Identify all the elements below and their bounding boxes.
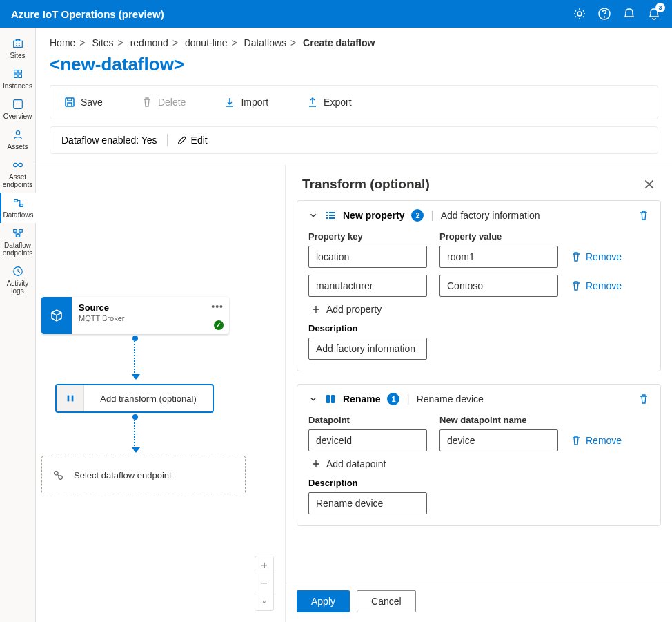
card-name: New property	[343, 210, 404, 221]
svg-rect-24	[329, 212, 335, 213]
svg-rect-25	[326, 215, 328, 216]
settings-icon[interactable]	[573, 7, 586, 21]
dataflow-canvas[interactable]: Source MQTT Broker ••• Add transform (op…	[36, 164, 286, 622]
nav-instances[interactable]: Instances	[0, 64, 36, 94]
nav-asset-endpoints[interactable]: Asset endpoints	[0, 155, 36, 193]
add-property-button[interactable]: Add property	[311, 304, 649, 315]
new-property-card: New property 2 | Add factory information…	[297, 200, 661, 371]
more-icon[interactable]: •••	[211, 301, 224, 312]
zoom-in-button[interactable]: +	[255, 556, 273, 574]
description-input[interactable]	[308, 492, 427, 514]
crumb-instance[interactable]: donut-line	[185, 37, 228, 48]
cube-icon	[41, 297, 72, 334]
svg-rect-18	[66, 98, 74, 106]
nav-dataflow-endpoints[interactable]: Dataflow endpoints	[0, 223, 36, 261]
new-datapoint-input-0[interactable]	[439, 429, 558, 451]
datapoint-input-0[interactable]	[308, 429, 427, 451]
property-count-badge: 2	[411, 209, 424, 222]
source-title: Source	[79, 302, 222, 313]
left-navigation: Sites Instances Overview Assets Asset en…	[0, 28, 36, 622]
toolbar: Save Delete Import Export	[50, 85, 658, 119]
export-button[interactable]: Export	[299, 93, 359, 112]
svg-point-0	[577, 12, 582, 16]
topbar: Azure IoT Operations (preview) 3	[0, 0, 672, 28]
property-value-label: Property value	[439, 231, 558, 242]
rename-icon	[325, 393, 336, 405]
endpoint-icon	[52, 469, 64, 481]
card-summary: Add factory information	[441, 210, 540, 221]
svg-rect-12	[14, 200, 17, 202]
svg-rect-14	[13, 230, 17, 233]
main-content: Home> Sites> redmond> donut-line> Datafl…	[36, 28, 672, 622]
help-icon[interactable]	[597, 7, 611, 21]
crumb-section[interactable]: Dataflows	[244, 37, 286, 48]
new-datapoint-label: New datapoint name	[439, 415, 558, 425]
crumb-sites[interactable]: Sites	[92, 37, 113, 48]
property-value-input-1[interactable]	[439, 275, 558, 297]
nav-dataflows[interactable]: Dataflows	[0, 193, 36, 223]
breadcrumb: Home> Sites> redmond> donut-line> Datafl…	[36, 28, 672, 54]
svg-point-2	[604, 17, 605, 17]
svg-rect-30	[331, 395, 335, 403]
delete-card-icon[interactable]	[638, 210, 649, 221]
status-bar: Dataflow enabled: Yes Edit	[50, 126, 658, 154]
remove-datapoint-button-0[interactable]: Remove	[571, 429, 622, 451]
svg-point-9	[16, 131, 19, 135]
nav-overview[interactable]: Overview	[0, 94, 36, 124]
rename-count-badge: 1	[387, 393, 399, 405]
import-button[interactable]: Import	[216, 93, 277, 112]
zoom-fit-button[interactable]: ▫	[255, 592, 273, 610]
nav-assets[interactable]: Assets	[0, 124, 36, 155]
property-key-input-1[interactable]	[308, 275, 427, 297]
transform-label: Add transform (optional)	[84, 393, 213, 404]
card-name: Rename	[343, 393, 380, 405]
property-key-label: Property key	[308, 231, 427, 242]
svg-rect-13	[19, 204, 23, 207]
svg-rect-26	[329, 215, 335, 216]
crumb-site[interactable]: redmond	[130, 37, 168, 48]
svg-rect-4	[14, 70, 17, 74]
notifications-icon[interactable]: 3	[647, 7, 661, 21]
zoom-out-button[interactable]: −	[255, 574, 273, 592]
destination-label: Select dataflow endpoint	[74, 470, 172, 480]
notification-badge: 3	[655, 3, 665, 12]
property-value-input-0[interactable]	[439, 246, 558, 268]
whats-new-icon[interactable]	[622, 7, 636, 21]
app-title: Azure IoT Operations (preview)	[11, 8, 573, 20]
transform-panel: Transform (optional) New property 2 |	[286, 164, 672, 622]
datapoint-label: Datapoint	[308, 415, 427, 425]
apply-button[interactable]: Apply	[297, 590, 350, 612]
svg-rect-27	[326, 217, 328, 219]
crumb-home[interactable]: Home	[50, 37, 75, 48]
remove-property-button-1[interactable]: Remove	[571, 275, 622, 297]
property-key-input-0[interactable]	[308, 246, 427, 268]
svg-rect-8	[13, 100, 22, 109]
nav-activity-logs[interactable]: Activity logs	[0, 261, 36, 299]
rename-card: Rename 1 | Rename device Datapoint	[297, 384, 661, 526]
chevron-down-icon[interactable]	[308, 394, 318, 404]
properties-icon	[325, 210, 336, 221]
svg-rect-28	[329, 217, 335, 219]
transform-icon	[57, 385, 84, 411]
description-input[interactable]	[308, 338, 427, 360]
cancel-button[interactable]: Cancel	[357, 590, 416, 612]
source-node[interactable]: Source MQTT Broker •••	[41, 297, 229, 334]
remove-property-button-0[interactable]: Remove	[571, 246, 622, 268]
edit-status-button[interactable]: Edit	[177, 135, 208, 146]
nav-sites[interactable]: Sites	[0, 33, 36, 64]
card-summary: Rename device	[417, 393, 484, 405]
status-label: Dataflow enabled: Yes	[61, 135, 157, 146]
destination-node[interactable]: Select dataflow endpoint	[41, 456, 246, 494]
svg-rect-16	[16, 235, 19, 237]
svg-rect-23	[326, 212, 328, 213]
description-label: Description	[308, 323, 649, 333]
delete-card-icon[interactable]	[638, 393, 649, 405]
save-button[interactable]: Save	[56, 93, 111, 112]
chevron-down-icon[interactable]	[308, 211, 318, 220]
close-icon[interactable]	[643, 178, 655, 191]
check-icon	[214, 320, 224, 330]
svg-rect-7	[18, 75, 21, 78]
add-datapoint-button[interactable]: Add datapoint	[311, 458, 649, 469]
svg-rect-3	[13, 41, 22, 47]
transform-node[interactable]: Add transform (optional)	[55, 384, 214, 413]
